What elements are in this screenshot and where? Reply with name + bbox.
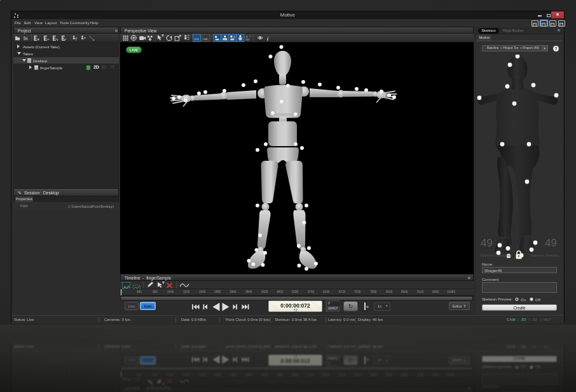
svg-text:LCL: LCL: [195, 37, 200, 41]
svg-text:i: i: [267, 36, 269, 42]
svg-text:GBL: GBL: [203, 37, 209, 41]
